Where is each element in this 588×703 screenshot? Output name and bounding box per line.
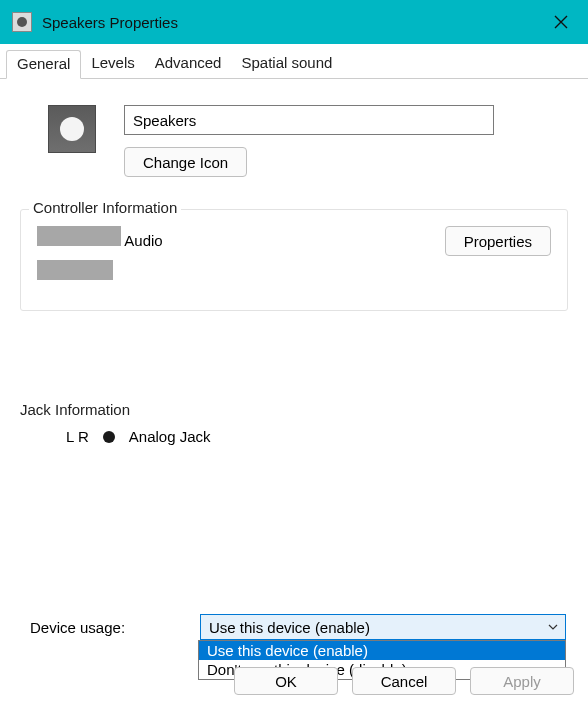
device-usage-selected: Use this device (enable) bbox=[209, 619, 370, 636]
jack-lr-label: L R bbox=[66, 428, 89, 445]
redacted-model bbox=[37, 260, 113, 280]
controller-text: Audio bbox=[37, 226, 163, 286]
usage-option-enable[interactable]: Use this device (enable) bbox=[199, 641, 565, 660]
titlebar: Speakers Properties bbox=[0, 0, 588, 44]
chevron-down-icon bbox=[547, 621, 559, 633]
device-usage-row: Device usage: Use this device (enable) bbox=[30, 614, 566, 640]
dialog-button-row: OK Cancel Apply bbox=[0, 667, 574, 695]
cancel-button[interactable]: Cancel bbox=[352, 667, 456, 695]
controller-info-label: Controller Information bbox=[29, 199, 181, 216]
close-button[interactable] bbox=[538, 0, 584, 44]
device-name-input[interactable] bbox=[124, 105, 494, 135]
controller-info-group: Controller Information Audio Properties bbox=[20, 209, 568, 311]
tab-general[interactable]: General bbox=[6, 50, 81, 79]
tab-spatial-sound[interactable]: Spatial sound bbox=[231, 50, 342, 78]
tab-panel-general: Change Icon Controller Information Audio… bbox=[0, 79, 588, 445]
redacted-vendor bbox=[37, 226, 121, 246]
speaker-icon bbox=[48, 105, 96, 153]
change-icon-button[interactable]: Change Icon bbox=[124, 147, 247, 177]
device-usage-combobox[interactable]: Use this device (enable) bbox=[200, 614, 566, 640]
jack-indicator-icon bbox=[103, 431, 115, 443]
close-icon bbox=[554, 15, 568, 29]
ok-button[interactable]: OK bbox=[234, 667, 338, 695]
jack-info-label: Jack Information bbox=[20, 401, 568, 418]
apply-button: Apply bbox=[470, 667, 574, 695]
tab-advanced[interactable]: Advanced bbox=[145, 50, 232, 78]
tab-row: General Levels Advanced Spatial sound bbox=[0, 44, 588, 79]
jack-info-group: Jack Information L R Analog Jack bbox=[20, 401, 568, 445]
device-usage-label: Device usage: bbox=[30, 619, 190, 636]
controller-line1-suffix: Audio bbox=[124, 232, 162, 249]
tab-levels[interactable]: Levels bbox=[81, 50, 144, 78]
controller-properties-button[interactable]: Properties bbox=[445, 226, 551, 256]
app-icon bbox=[12, 12, 32, 32]
window-title: Speakers Properties bbox=[42, 14, 538, 31]
jack-name: Analog Jack bbox=[129, 428, 211, 445]
